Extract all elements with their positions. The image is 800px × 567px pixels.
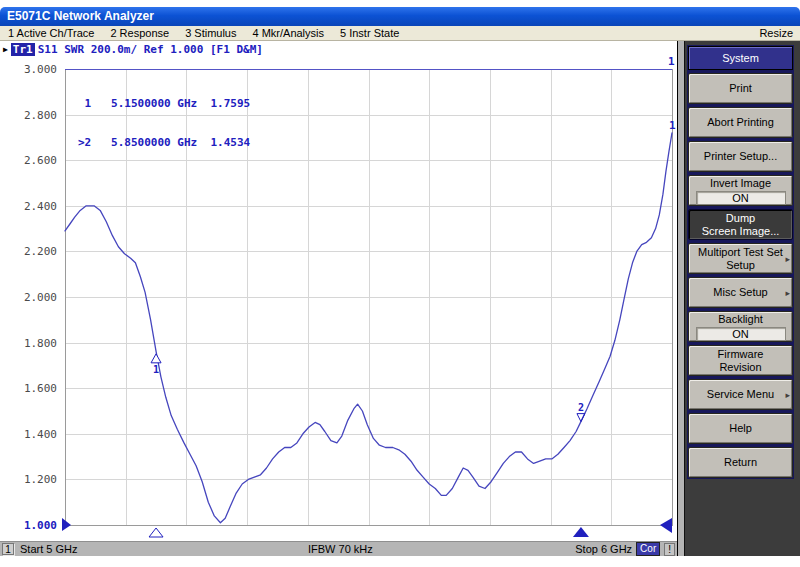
- button-label: Printer Setup...: [704, 150, 777, 163]
- marker2-readout-row: >2 5.8500000 GHz 1.4534: [78, 136, 250, 149]
- scale-trace-number: 1: [668, 55, 675, 68]
- button-label2: Screen Image...: [702, 225, 780, 238]
- trace-status-line: ▶ Tr1 S11 SWR 200.0m/ Ref 1.000 [F1 D&M]: [3, 43, 263, 56]
- channel-window: 13.0002.8002.6002.4002.2002.0001.8001.60…: [0, 41, 677, 541]
- button-backlight[interactable]: Backlight ON: [688, 311, 793, 342]
- submenu-arrow-icon: ▸: [785, 252, 790, 265]
- button-label: Dump: [726, 212, 755, 225]
- status-bar-right-group: Stop 6 GHz Cor !: [575, 542, 675, 556]
- invert-image-state: ON: [696, 191, 786, 205]
- menu-response[interactable]: 2 Response: [102, 26, 177, 40]
- instrument-screen: E5071C Network Analyzer 1 Active Ch/Trac…: [0, 0, 800, 567]
- button-printer-setup[interactable]: Printer Setup...: [688, 141, 793, 172]
- trace1-badge[interactable]: Tr1: [11, 43, 35, 56]
- button-multiport-test-set-setup[interactable]: Multiport Test Set Setup ▸: [688, 243, 793, 274]
- button-label: Service Menu: [707, 388, 774, 401]
- reference-level-arrow-icon: [62, 518, 71, 531]
- sweep-edge-arrow-icon: [660, 518, 672, 533]
- window-titlebar[interactable]: E5071C Network Analyzer: [0, 7, 800, 26]
- menu-resize[interactable]: Resize: [752, 26, 800, 40]
- marker2-glyph: 2: [577, 402, 585, 422]
- correction-badge: Cor: [636, 542, 660, 556]
- svg-text:3.000: 3.000: [24, 63, 57, 76]
- warning-indicator: !: [664, 543, 675, 556]
- softkey-menu-title: System: [688, 46, 793, 70]
- softkey-column: System Print Abort Printing Printer Setu…: [687, 45, 794, 479]
- softkey-scroll-strip[interactable]: [678, 41, 685, 556]
- button-label: Abort Printing: [707, 116, 774, 129]
- button-service-menu[interactable]: Service Menu ▸: [688, 379, 793, 410]
- menu-active-ch-trace[interactable]: 1 Active Ch/Trace: [0, 26, 102, 40]
- status-bar: 1 Start 5 GHz IFBW 70 kHz Stop 6 GHz Cor…: [0, 541, 677, 556]
- channel-number-box: 1: [2, 543, 14, 555]
- button-label: Misc Setup: [713, 286, 767, 299]
- svg-text:1.200: 1.200: [24, 473, 57, 486]
- button-print[interactable]: Print: [688, 73, 793, 104]
- button-label: Firmware: [718, 348, 764, 361]
- button-label: Backlight: [718, 313, 763, 326]
- button-firmware-revision[interactable]: Firmware Revision: [688, 345, 793, 376]
- button-misc-setup[interactable]: Misc Setup ▸: [688, 277, 793, 308]
- button-label: Return: [724, 456, 757, 469]
- button-label2: Setup: [726, 259, 755, 272]
- button-invert-image[interactable]: Invert Image ON: [688, 175, 793, 206]
- sweep-stop-label: Stop 6 GHz: [575, 543, 632, 556]
- marker1-readout-row: 1 5.1500000 GHz 1.7595: [78, 97, 250, 110]
- button-dump-screen-image[interactable]: Dump Screen Image...: [688, 209, 793, 240]
- button-return[interactable]: Return: [688, 447, 793, 478]
- button-help[interactable]: Help: [688, 413, 793, 444]
- svg-text:1.400: 1.400: [24, 428, 57, 441]
- button-label: Invert Image: [710, 177, 771, 190]
- button-abort-printing[interactable]: Abort Printing: [688, 107, 793, 138]
- svg-text:2: 2: [578, 402, 584, 413]
- window-title: E5071C Network Analyzer: [7, 9, 154, 23]
- svg-text:2.000: 2.000: [24, 291, 57, 304]
- y-axis-labels: 3.0002.8002.6002.4002.2002.0001.8001.600…: [24, 63, 57, 532]
- menu-stimulus[interactable]: 3 Stimulus: [177, 26, 244, 40]
- button-label2: Revision: [719, 361, 761, 374]
- submenu-arrow-icon: ▸: [785, 388, 790, 401]
- ifbw-label: IFBW 70 kHz: [308, 543, 373, 556]
- button-label: Multiport Test Set: [698, 246, 783, 259]
- svg-text:2.600: 2.600: [24, 154, 57, 167]
- svg-text:2.400: 2.400: [24, 200, 57, 213]
- sweep-start-label: Start 5 GHz: [20, 543, 77, 556]
- trace1-polyline: [65, 133, 672, 523]
- menu-instr-state[interactable]: 5 Instr State: [332, 26, 407, 40]
- svg-text:1.000: 1.000: [24, 519, 57, 532]
- svg-text:1: 1: [153, 364, 159, 375]
- active-trace-pointer-icon: ▶: [3, 44, 8, 55]
- svg-text:1.800: 1.800: [24, 337, 57, 350]
- button-label: Print: [729, 82, 752, 95]
- svg-text:2.200: 2.200: [24, 245, 57, 258]
- trace1-settings-text: S11 SWR 200.0m/ Ref 1.000 [F1 D&M]: [38, 43, 263, 56]
- submenu-arrow-icon: ▸: [785, 286, 790, 299]
- svg-text:1.600: 1.600: [24, 382, 57, 395]
- svg-text:2.800: 2.800: [24, 109, 57, 122]
- backlight-state: ON: [696, 327, 786, 341]
- menu-mkr-analysis[interactable]: 4 Mkr/Analysis: [244, 26, 332, 40]
- trace-end-number: 1: [669, 119, 676, 132]
- menu-bar: 1 Active Ch/Trace 2 Response 3 Stimulus …: [0, 26, 800, 41]
- marker-readout: 1 5.1500000 GHz 1.7595 >2 5.8500000 GHz …: [78, 71, 250, 175]
- softkey-panel: System Print Abort Printing Printer Setu…: [677, 41, 800, 556]
- button-label: Help: [729, 422, 752, 435]
